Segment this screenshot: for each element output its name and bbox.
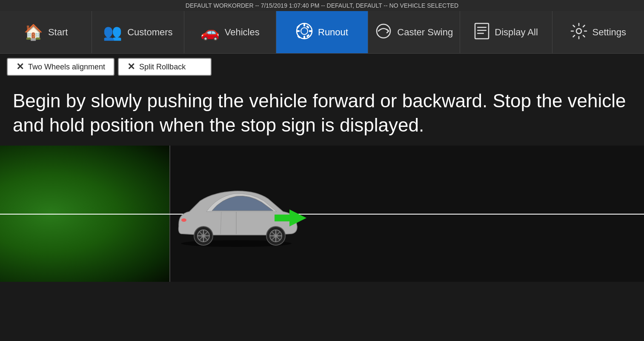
runout-icon: [296, 23, 313, 42]
nav-caster-swing[interactable]: Caster Swing: [368, 11, 460, 53]
tab-split-rollback[interactable]: ✕ Split Rollback: [118, 58, 212, 76]
tab-two-wheels-label: Two Wheels alignment: [28, 63, 105, 72]
svg-rect-11: [475, 23, 489, 39]
nav-settings-label: Settings: [592, 27, 627, 38]
title-bar: DEFAULT WORKORDER -- 7/15/2019 1:07:40 P…: [0, 0, 644, 11]
svg-rect-5: [309, 30, 312, 32]
nav-start-label: Start: [48, 27, 68, 38]
nav-bar: 🏠 Start 👥 Customers 🚗 Vehicles Run: [0, 11, 644, 54]
svg-rect-13: [477, 30, 487, 31]
instruction-content: Begin by slowly pushing the vehicle forw…: [13, 90, 626, 135]
svg-rect-3: [303, 36, 305, 39]
nav-runout[interactable]: Runout: [276, 11, 368, 53]
tab-split-rollback-close[interactable]: ✕: [127, 62, 135, 72]
tab-split-rollback-label: Split Rollback: [139, 63, 186, 72]
nav-start[interactable]: 🏠 Start: [0, 11, 92, 53]
horizon-line: [0, 214, 644, 215]
customers-icon: 👥: [103, 25, 122, 40]
nav-vehicles-label: Vehicles: [225, 27, 260, 38]
display-all-icon: [474, 23, 489, 42]
caster-swing-icon: [375, 23, 392, 42]
viz-area: [0, 146, 644, 282]
svg-marker-35: [289, 209, 306, 226]
nav-runout-label: Runout: [318, 27, 348, 38]
svg-rect-14: [477, 33, 484, 34]
nav-settings[interactable]: Settings: [552, 11, 644, 53]
home-icon: 🏠: [24, 25, 43, 40]
nav-customers-label: Customers: [127, 27, 172, 38]
svg-rect-12: [477, 27, 487, 28]
nav-display-all-label: Display All: [495, 27, 538, 38]
tab-two-wheels[interactable]: ✕ Two Wheels alignment: [7, 58, 114, 76]
svg-rect-36: [275, 215, 291, 221]
nav-customers[interactable]: 👥 Customers: [92, 11, 184, 53]
svg-rect-4: [297, 30, 300, 32]
svg-point-15: [576, 29, 581, 34]
car-visualization: [166, 178, 311, 250]
title-text: DEFAULT WORKORDER -- 7/15/2019 1:07:40 P…: [186, 2, 458, 9]
settings-icon: [570, 23, 587, 42]
nav-caster-swing-label: Caster Swing: [397, 27, 453, 38]
nav-display-all[interactable]: Display All: [460, 11, 552, 53]
svg-point-20: [181, 218, 186, 222]
nav-vehicles[interactable]: 🚗 Vehicles: [184, 11, 276, 53]
tab-two-wheels-close[interactable]: ✕: [16, 62, 24, 72]
svg-rect-2: [303, 23, 305, 26]
vehicles-icon: 🚗: [200, 25, 220, 40]
svg-point-1: [301, 28, 308, 34]
instruction-text: Begin by slowly pushing the vehicle forw…: [0, 80, 644, 146]
tab-bar: ✕ Two Wheels alignment ✕ Split Rollback: [0, 54, 644, 80]
